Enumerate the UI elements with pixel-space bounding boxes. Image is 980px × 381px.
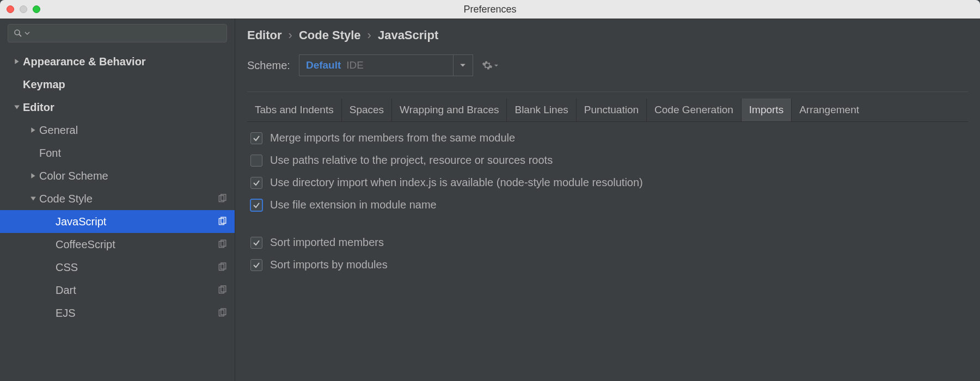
- option-group-gap: [250, 221, 965, 226]
- check-icon: [253, 201, 260, 209]
- check-icon: [253, 261, 260, 269]
- option-label: Use paths relative to the project, resou…: [270, 154, 553, 167]
- breadcrumb-segment[interactable]: Editor: [247, 28, 282, 42]
- tab-arrangement[interactable]: Arrangement: [792, 99, 867, 121]
- checkbox[interactable]: [250, 132, 262, 144]
- sidebar-item-label: Editor: [23, 101, 227, 114]
- sidebar-item-label: JavaScript: [56, 216, 217, 228]
- option-relative-paths[interactable]: Use paths relative to the project, resou…: [250, 154, 965, 167]
- scheme-row: Scheme: Default IDE: [247, 54, 968, 76]
- minimize-window-button[interactable]: [20, 5, 27, 13]
- divider: [247, 91, 968, 92]
- sidebar-item-label: Font: [39, 147, 227, 159]
- collapse-arrow-icon[interactable]: [27, 195, 39, 202]
- tabs: Tabs and Indents Spaces Wrapping and Bra…: [247, 99, 968, 122]
- tab-label: Wrapping and Braces: [400, 104, 499, 115]
- copy-scheme-icon[interactable]: [217, 308, 227, 318]
- tab-blank-lines[interactable]: Blank Lines: [507, 99, 576, 121]
- options-panel: Merge imports for members from the same …: [247, 122, 968, 281]
- tab-wrapping-and-braces[interactable]: Wrapping and Braces: [392, 99, 507, 121]
- sidebar-item-coffeescript[interactable]: CoffeeScript: [0, 233, 235, 256]
- scheme-name: Default: [306, 59, 341, 71]
- sidebar-item-keymap[interactable]: Keymap: [0, 73, 235, 96]
- check-icon: [253, 239, 260, 247]
- option-label: Sort imported members: [270, 236, 384, 249]
- sidebar-item-color-scheme[interactable]: Color Scheme: [0, 164, 235, 187]
- scheme-select[interactable]: Default IDE: [299, 54, 473, 76]
- sidebar-item-label: Dart: [56, 284, 217, 297]
- option-sort-members[interactable]: Sort imported members: [250, 236, 965, 249]
- expand-arrow-icon[interactable]: [11, 58, 23, 65]
- sidebar-item-label: Code Style: [39, 193, 217, 205]
- option-sort-imports[interactable]: Sort imports by modules: [250, 259, 965, 271]
- search-input[interactable]: [32, 28, 221, 38]
- copy-scheme-icon[interactable]: [217, 239, 227, 249]
- copy-scheme-icon[interactable]: [217, 217, 227, 226]
- collapse-arrow-icon[interactable]: [11, 104, 23, 110]
- chevron-down-icon: [494, 63, 499, 68]
- option-label: Sort imports by modules: [270, 259, 388, 271]
- sidebar-item-code-style[interactable]: Code Style: [0, 187, 235, 210]
- option-label: Merge imports for members from the same …: [270, 132, 515, 144]
- sidebar-item-css[interactable]: CSS: [0, 256, 235, 279]
- sidebar-item-font[interactable]: Font: [0, 142, 235, 164]
- sidebar: Appearance & Behavior Keymap Editor Gene…: [0, 19, 235, 381]
- tab-label: Tabs and Indents: [255, 104, 334, 115]
- sidebar-item-appearance-behavior[interactable]: Appearance & Behavior: [0, 50, 235, 73]
- checkbox[interactable]: [250, 155, 262, 167]
- maximize-window-button[interactable]: [33, 5, 40, 13]
- checkbox[interactable]: [250, 237, 262, 249]
- tab-spaces[interactable]: Spaces: [342, 99, 392, 121]
- window-controls: [7, 5, 40, 13]
- tab-imports[interactable]: Imports: [742, 99, 792, 121]
- chevron-down-icon: [460, 62, 466, 69]
- window-title: Preferences: [463, 4, 516, 15]
- option-file-extension[interactable]: Use file extension in module name: [250, 199, 965, 211]
- option-label: Use directory import when index.js is av…: [270, 176, 643, 189]
- checkbox[interactable]: [250, 259, 262, 271]
- breadcrumb-segment[interactable]: Code Style: [299, 28, 361, 42]
- checkbox[interactable]: [250, 177, 262, 189]
- breadcrumb-separator-icon: ›: [289, 28, 292, 42]
- scheme-select-content: Default IDE: [299, 59, 453, 71]
- tab-code-generation[interactable]: Code Generation: [647, 99, 742, 121]
- option-label: Use file extension in module name: [270, 199, 437, 211]
- close-window-button[interactable]: [7, 5, 14, 13]
- sidebar-item-ejs[interactable]: EJS: [0, 302, 235, 324]
- gear-icon: [482, 60, 493, 71]
- settings-tree: Appearance & Behavior Keymap Editor Gene…: [0, 48, 235, 381]
- sidebar-item-editor[interactable]: Editor: [0, 96, 235, 119]
- check-icon: [253, 179, 260, 187]
- option-merge-imports[interactable]: Merge imports for members from the same …: [250, 132, 965, 144]
- option-directory-import[interactable]: Use directory import when index.js is av…: [250, 176, 965, 189]
- sidebar-item-label: CSS: [56, 261, 217, 274]
- checkbox[interactable]: [250, 199, 262, 211]
- search-box[interactable]: [8, 24, 227, 42]
- copy-scheme-icon[interactable]: [217, 285, 227, 295]
- sidebar-item-javascript[interactable]: JavaScript: [0, 210, 235, 233]
- scheme-actions-button[interactable]: [482, 60, 499, 71]
- scheme-badge: IDE: [346, 59, 364, 71]
- svg-line-1: [19, 34, 21, 36]
- expand-arrow-icon[interactable]: [27, 173, 39, 179]
- breadcrumb-segment[interactable]: JavaScript: [378, 28, 438, 42]
- expand-arrow-icon[interactable]: [27, 127, 39, 133]
- sidebar-item-dart[interactable]: Dart: [0, 279, 235, 302]
- titlebar: Preferences: [0, 0, 980, 19]
- tab-punctuation[interactable]: Punctuation: [577, 99, 647, 121]
- breadcrumb: Editor › Code Style › JavaScript: [247, 28, 968, 42]
- sidebar-item-general[interactable]: General: [0, 119, 235, 142]
- scheme-label: Scheme:: [247, 59, 290, 72]
- sidebar-item-label: EJS: [56, 307, 217, 319]
- sidebar-item-label: CoffeeScript: [56, 238, 217, 251]
- copy-scheme-icon[interactable]: [217, 262, 227, 272]
- copy-scheme-icon[interactable]: [217, 194, 227, 204]
- sidebar-item-label: Color Scheme: [39, 170, 227, 182]
- tab-label: Blank Lines: [514, 104, 568, 115]
- search-icon: [14, 29, 22, 38]
- sidebar-item-label: General: [39, 124, 227, 137]
- tab-tabs-and-indents[interactable]: Tabs and Indents: [247, 99, 342, 121]
- scheme-dropdown-arrow[interactable]: [453, 55, 473, 76]
- chevron-down-icon[interactable]: [24, 30, 30, 36]
- svg-point-0: [15, 30, 20, 35]
